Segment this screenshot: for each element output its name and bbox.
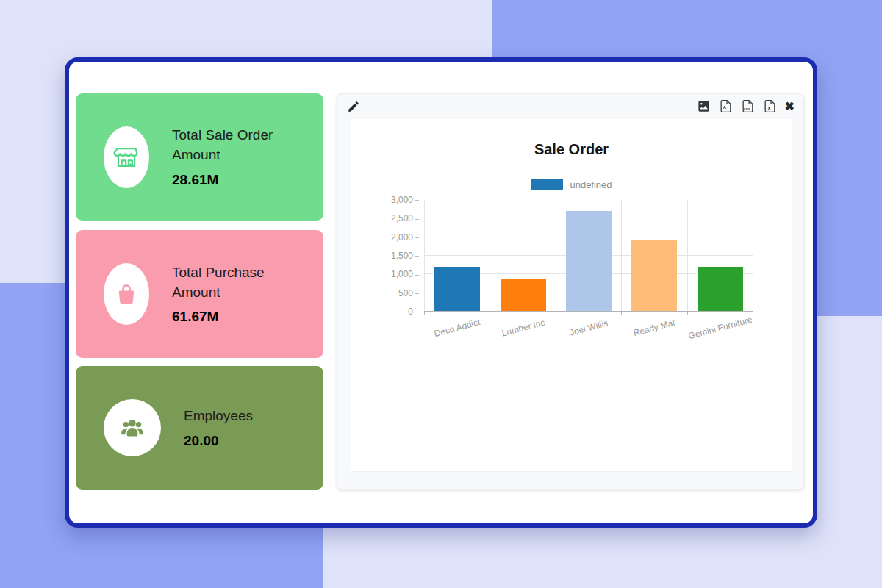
- storefront-icon: [104, 126, 149, 188]
- bar-slot: Joel Willis: [556, 200, 621, 311]
- bar-slot: Gemini Furniture: [687, 200, 753, 311]
- legend-label: undefined: [570, 179, 612, 190]
- bar[interactable]: [631, 240, 677, 311]
- stat-card-label: Total Sale Order Amount: [172, 126, 312, 165]
- y-tick-label: 1,500: [391, 251, 419, 261]
- y-axis: 05001,0001,5002,0002,5003,000: [351, 200, 419, 312]
- stat-card-value: 28.61M: [172, 172, 312, 188]
- bar-slot: Lumber Inc: [490, 200, 555, 311]
- stat-card-label: Total Purchase Amount: [172, 263, 312, 303]
- pencil-icon[interactable]: [347, 100, 360, 113]
- export-csv-icon[interactable]: csv: [741, 99, 755, 113]
- close-x-icon[interactable]: ✖: [785, 101, 795, 112]
- chart-panel: A csv x: [337, 93, 804, 490]
- stat-card-employees[interactable]: Employees 20.00: [76, 366, 323, 490]
- legend-swatch: [531, 179, 563, 190]
- x-tick-label: Joel Willis: [568, 318, 609, 337]
- bar[interactable]: [566, 211, 612, 311]
- bar-plot: Deco AddictLumber IncJoel WillisReady Ma…: [424, 200, 753, 312]
- x-tick-label: Lumber Inc: [501, 317, 546, 338]
- y-tick-label: 1,000: [391, 269, 419, 279]
- shopping-bag-icon: [104, 263, 149, 325]
- stat-card-label: Employees: [184, 406, 253, 426]
- y-tick-label: 2,000: [391, 232, 419, 243]
- y-tick-label: 2,500: [391, 213, 419, 223]
- chart-panel-toolbar: A csv x: [337, 94, 803, 117]
- svg-text:A: A: [723, 105, 726, 110]
- bar-slot: Ready Mat: [621, 200, 686, 311]
- export-xls-icon[interactable]: x: [763, 99, 777, 113]
- y-tick-label: 3,000: [391, 195, 419, 205]
- stat-card-total-purchase[interactable]: Total Purchase Amount 61.67M: [76, 230, 323, 358]
- bar-slot: Deco Addict: [424, 200, 490, 311]
- x-tick-label: Deco Addict: [433, 317, 481, 339]
- y-tick-label: 0: [408, 306, 419, 317]
- svg-text:x: x: [767, 105, 770, 111]
- chart-card: Sale Order undefined 05001,0001,5002,000…: [351, 117, 792, 472]
- bar[interactable]: [501, 279, 546, 311]
- export-pdf-icon[interactable]: A: [719, 99, 733, 113]
- stat-card-total-sale-order[interactable]: Total Sale Order Amount 28.61M: [76, 93, 323, 220]
- export-image-icon[interactable]: [697, 99, 711, 113]
- y-tick-label: 500: [398, 288, 419, 298]
- x-tick-label: Gemini Furniture: [687, 315, 753, 342]
- dashboard-window: Total Sale Order Amount 28.61M Total Pur…: [65, 57, 817, 528]
- stat-card-value: 61.67M: [172, 309, 312, 325]
- x-tick-label: Ready Mat: [633, 318, 677, 339]
- chart-legend: undefined: [351, 179, 792, 190]
- bar[interactable]: [434, 267, 480, 311]
- chart-title: Sale Order: [351, 141, 792, 158]
- people-icon: [104, 399, 161, 456]
- bar[interactable]: [698, 267, 743, 311]
- stat-card-value: 20.00: [184, 433, 253, 449]
- svg-text:csv: csv: [744, 107, 750, 111]
